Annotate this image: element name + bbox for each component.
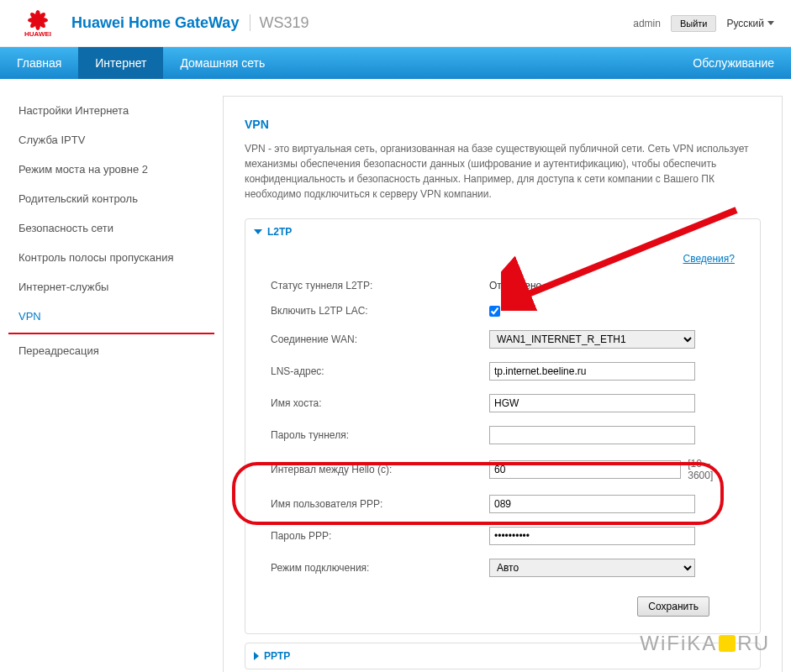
content-title: VPN — [245, 118, 761, 131]
sidebar-separator — [8, 333, 214, 334]
lns-input[interactable] — [489, 362, 695, 381]
sidebar-item-forwarding[interactable]: Переадресация — [8, 336, 214, 365]
tunnel-pass-input[interactable] — [489, 426, 695, 444]
hello-label: Интервал между Hello (с): — [271, 464, 489, 475]
main-nav: Главная Интернет Домашняя сеть Обслужива… — [0, 47, 791, 79]
triangle-down-icon — [254, 229, 262, 234]
save-button[interactable]: Сохранить — [637, 596, 709, 617]
nav-home[interactable]: Главная — [0, 47, 78, 79]
sidebar-item-iptv[interactable]: Служба IPTV — [8, 125, 214, 155]
l2tp-panel: L2TP Сведения? Статус туннеля L2TP: Откл… — [245, 218, 761, 634]
enable-checkbox[interactable] — [489, 306, 500, 317]
title-text: Huawei Home GateWay — [71, 14, 239, 31]
wan-label: Соединение WAN: — [271, 333, 489, 345]
ppp-pass-input[interactable] — [489, 527, 695, 545]
lns-label: LNS-адрес: — [271, 365, 489, 377]
watermark-left: WiFiKA — [640, 632, 717, 655]
host-input[interactable] — [489, 394, 695, 412]
watermark-right: RU — [737, 632, 770, 655]
watermark: WiFiKA RU — [640, 632, 770, 655]
content-panel: VPN VPN - это виртуальная сеть, организо… — [223, 96, 783, 672]
sidebar-item-services[interactable]: Интернет-службы — [8, 272, 214, 302]
admin-link[interactable]: admin — [633, 18, 661, 29]
tunnel-pass-label: Пароль туннеля: — [271, 429, 489, 441]
watermark-icon — [719, 635, 736, 652]
sidebar-item-parental[interactable]: Родительский контроль — [8, 184, 214, 213]
model-text: WS319 — [250, 14, 308, 31]
huawei-logo: HUAWEI — [17, 8, 59, 38]
sidebar-item-bandwidth[interactable]: Контроль полосы пропускания — [8, 243, 214, 272]
language-label: Русский — [726, 18, 764, 29]
nav-internet[interactable]: Интернет — [78, 47, 163, 79]
wan-select[interactable]: WAN1_INTERNET_R_ETH1 — [489, 330, 695, 349]
language-selector[interactable]: Русский — [726, 18, 774, 29]
sidebar-item-bridge[interactable]: Режим моста на уровне 2 — [8, 155, 214, 184]
hello-range: [10 – 3600] — [688, 458, 735, 481]
header: HUAWEI Huawei Home GateWay WS319 admin В… — [0, 0, 791, 47]
enable-label: Включить L2TP LAC: — [271, 305, 489, 317]
ppp-user-label: Имя пользователя PPP: — [271, 498, 489, 510]
sidebar: Настройки Интернета Служба IPTV Режим мо… — [8, 96, 214, 672]
details-link[interactable]: Сведения? — [683, 253, 736, 265]
status-label: Статус туннеля L2TP: — [271, 280, 489, 291]
sidebar-item-internet-settings[interactable]: Настройки Интернета — [8, 96, 214, 125]
pptp-panel-title: PPTP — [264, 650, 290, 662]
ppp-pass-label: Пароль PPP: — [271, 530, 489, 542]
page-title: Huawei Home GateWay WS319 — [71, 14, 308, 32]
host-label: Имя хоста: — [271, 397, 489, 409]
triangle-right-icon — [254, 652, 259, 660]
conn-mode-label: Режим подключения: — [271, 562, 489, 574]
hello-input[interactable] — [489, 460, 681, 479]
status-value: Отключено — [489, 280, 541, 291]
ppp-user-input[interactable] — [489, 495, 695, 513]
chevron-down-icon — [767, 21, 774, 25]
nav-home-network[interactable]: Домашняя сеть — [163, 47, 282, 79]
logout-button[interactable]: Выйти — [671, 15, 717, 32]
l2tp-panel-title: L2TP — [267, 226, 292, 238]
nav-maintenance[interactable]: Обслуживание — [676, 47, 791, 79]
l2tp-panel-header[interactable]: L2TP — [245, 219, 760, 244]
sidebar-item-security[interactable]: Безопасность сети — [8, 213, 214, 243]
logo-text: HUAWEI — [24, 30, 51, 38]
sidebar-item-vpn[interactable]: VPN — [8, 302, 214, 331]
content-description: VPN - это виртуальная сеть, организованн… — [245, 141, 761, 202]
conn-mode-select[interactable]: Авто — [489, 559, 695, 577]
